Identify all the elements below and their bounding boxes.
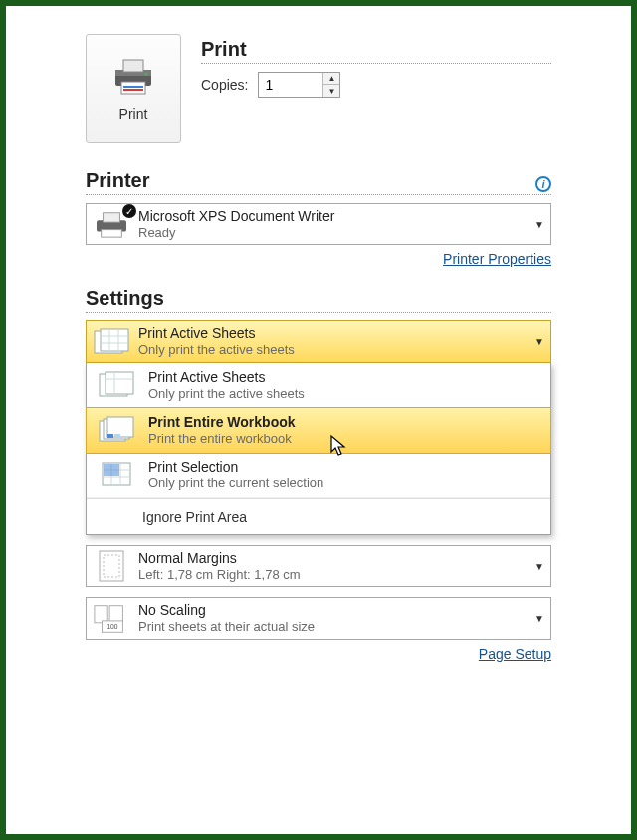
option-sub: Only print the active sheets [148, 386, 305, 402]
printer-selector-text: Microsoft XPS Document Writer Ready [138, 208, 334, 240]
printer-section-title: Printer [86, 169, 149, 192]
print-what-selector[interactable]: Print Active Sheets Only print the activ… [86, 320, 551, 362]
chevron-down-icon: ▼ [534, 613, 544, 624]
print-title: Print [201, 38, 551, 64]
print-button[interactable]: Print [86, 34, 181, 143]
svg-rect-35 [109, 605, 122, 622]
margins-icon [93, 550, 130, 582]
sheets-icon [93, 326, 130, 358]
printer-section: Printer i ✓ Microsoft XPS Document Write… [86, 169, 551, 267]
svg-rect-24 [114, 434, 120, 438]
svg-rect-23 [107, 434, 113, 438]
option-print-entire-workbook[interactable]: Print Entire Workbook Print the entire w… [86, 407, 551, 453]
copies-down-button[interactable]: ▼ [323, 85, 339, 97]
info-icon[interactable]: i [535, 176, 551, 192]
svg-rect-2 [123, 60, 143, 72]
svg-text:100: 100 [106, 623, 117, 630]
settings-section: Settings Print Active Sheets Only print … [86, 287, 551, 661]
scaling-selector[interactable]: 100 No Scaling Print sheets at their act… [86, 597, 551, 639]
svg-rect-34 [95, 605, 107, 622]
print-backstage-panel: Print Print Copies: ▲ ▼ Printer i [0, 0, 637, 840]
option-title: Print Entire Workbook [148, 414, 296, 431]
copies-spinner[interactable]: ▲ ▼ [258, 72, 340, 98]
copies-spinner-buttons: ▲ ▼ [322, 73, 339, 97]
scaling-sub: Print sheets at their actual size [138, 619, 315, 635]
page-setup-link[interactable]: Page Setup [479, 646, 551, 662]
print-top-row: Print Print Copies: ▲ ▼ [86, 34, 551, 143]
workbook-icon [95, 414, 138, 446]
copies-row: Copies: ▲ ▼ [201, 72, 551, 98]
chevron-down-icon: ▼ [534, 561, 544, 572]
option-title: Print Selection [148, 459, 323, 476]
printer-selector[interactable]: ✓ Microsoft XPS Document Writer Ready ▼ [86, 203, 551, 245]
scaling-title: No Scaling [138, 602, 315, 619]
print-what-dropdown: Print Active Sheets Only print the activ… [86, 363, 551, 535]
svg-rect-4 [123, 86, 143, 88]
selection-icon [95, 459, 138, 491]
printer-name: Microsoft XPS Document Writer [138, 208, 334, 225]
svg-rect-11 [101, 329, 128, 351]
sheets-icon [95, 369, 138, 401]
option-ignore-print-area[interactable]: Ignore Print Area [87, 498, 550, 534]
copies-up-button[interactable]: ▲ [323, 73, 339, 85]
printer-ready-check-icon: ✓ [122, 204, 136, 218]
printer-status: Ready [138, 225, 334, 241]
print-what-sub: Only print the active sheets [138, 342, 295, 358]
svg-rect-9 [102, 230, 122, 238]
svg-rect-8 [104, 213, 120, 222]
option-print-active-sheets[interactable]: Print Active Sheets Only print the activ… [87, 363, 550, 408]
copies-input[interactable] [259, 74, 322, 96]
printer-icon [109, 56, 157, 99]
printer-device-icon: ✓ [93, 208, 130, 240]
svg-rect-17 [106, 372, 133, 394]
svg-point-6 [145, 72, 148, 75]
chevron-down-icon: ▼ [534, 219, 544, 230]
margins-title: Normal Margins [138, 550, 301, 567]
settings-section-title: Settings [86, 287, 164, 310]
print-button-label: Print [119, 106, 148, 122]
chevron-down-icon: ▼ [534, 336, 544, 347]
copies-label: Copies: [201, 77, 248, 93]
svg-rect-31 [104, 464, 119, 476]
scaling-icon: 100 [93, 603, 130, 635]
option-sub: Only print the current selection [148, 475, 323, 491]
margins-sub: Left: 1,78 cm Right: 1,78 cm [138, 567, 301, 583]
margins-selector[interactable]: Normal Margins Left: 1,78 cm Right: 1,78… [86, 545, 551, 587]
option-print-selection[interactable]: Print Selection Only print the current s… [87, 453, 550, 498]
printer-properties-link[interactable]: Printer Properties [443, 251, 551, 267]
option-sub: Print the entire workbook [148, 431, 296, 447]
print-what-title: Print Active Sheets [138, 325, 295, 342]
svg-rect-5 [123, 89, 143, 91]
printer-section-header: Printer i [86, 169, 551, 195]
option-title: Print Active Sheets [148, 369, 305, 386]
print-header-area: Print Copies: ▲ ▼ [201, 34, 551, 143]
